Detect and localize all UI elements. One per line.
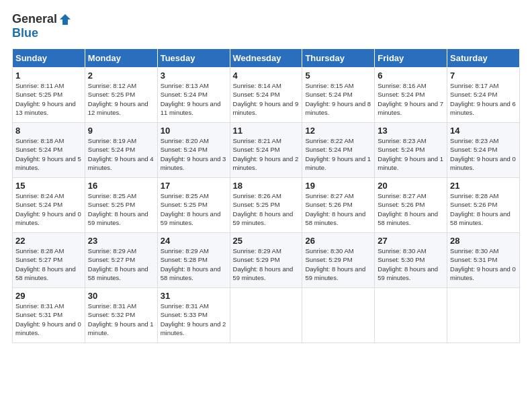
day-number: 9 [88, 126, 154, 136]
calendar-day-cell: 5Sunrise: 8:15 AMSunset: 5:24 PMDaylight… [302, 68, 375, 123]
day-info: Sunrise: 8:29 AMSunset: 5:27 PMDaylight:… [88, 246, 154, 282]
day-info: Sunrise: 8:17 AMSunset: 5:24 PMDaylight:… [450, 81, 517, 117]
calendar-day-cell: 26Sunrise: 8:30 AMSunset: 5:29 PMDayligh… [302, 233, 375, 288]
calendar-day-cell: 28Sunrise: 8:30 AMSunset: 5:31 PMDayligh… [447, 233, 520, 288]
calendar-day-cell: 29Sunrise: 8:31 AMSunset: 5:31 PMDayligh… [13, 288, 85, 343]
calendar-day-cell: 9Sunrise: 8:19 AMSunset: 5:24 PMDaylight… [85, 123, 157, 178]
calendar-day-cell: 8Sunrise: 8:18 AMSunset: 5:24 PMDaylight… [13, 123, 85, 178]
day-info: Sunrise: 8:25 AMSunset: 5:25 PMDaylight:… [161, 191, 227, 227]
calendar-day-cell: 1Sunrise: 8:11 AMSunset: 5:25 PMDaylight… [13, 68, 85, 123]
day-number: 8 [15, 126, 82, 136]
calendar-day-cell: 6Sunrise: 8:16 AMSunset: 5:24 PMDaylight… [375, 68, 447, 123]
day-info: Sunrise: 8:29 AMSunset: 5:29 PMDaylight:… [233, 246, 300, 282]
day-number: 10 [161, 126, 227, 136]
day-number: 13 [378, 126, 444, 136]
weekday-header: Tuesday [157, 49, 230, 68]
calendar-day-cell: 14Sunrise: 8:23 AMSunset: 5:24 PMDayligh… [447, 123, 520, 178]
calendar-header-row: SundayMondayTuesdayWednesdayThursdayFrid… [13, 49, 520, 68]
calendar-day-cell: 22Sunrise: 8:28 AMSunset: 5:27 PMDayligh… [13, 233, 85, 288]
day-info: Sunrise: 8:27 AMSunset: 5:26 PMDaylight:… [378, 191, 444, 227]
day-info: Sunrise: 8:30 AMSunset: 5:29 PMDaylight:… [305, 246, 371, 282]
calendar-day-cell: 23Sunrise: 8:29 AMSunset: 5:27 PMDayligh… [85, 233, 157, 288]
calendar-week-row: 8Sunrise: 8:18 AMSunset: 5:24 PMDaylight… [13, 123, 520, 178]
day-number: 3 [161, 71, 227, 81]
calendar-day-cell: 12Sunrise: 8:22 AMSunset: 5:24 PMDayligh… [302, 123, 375, 178]
calendar-day-cell: 25Sunrise: 8:29 AMSunset: 5:29 PMDayligh… [230, 233, 302, 288]
day-number: 27 [378, 236, 444, 246]
day-number: 2 [88, 71, 154, 81]
weekday-header: Monday [85, 49, 157, 68]
logo-icon [58, 13, 72, 26]
calendar-day-cell: 20Sunrise: 8:27 AMSunset: 5:26 PMDayligh… [375, 178, 447, 233]
day-info: Sunrise: 8:21 AMSunset: 5:24 PMDaylight:… [233, 136, 300, 172]
day-number: 20 [378, 181, 444, 191]
day-info: Sunrise: 8:19 AMSunset: 5:24 PMDaylight:… [88, 136, 154, 172]
day-number: 17 [161, 181, 227, 191]
weekday-header: Friday [375, 49, 447, 68]
weekday-header: Saturday [447, 49, 520, 68]
calendar-day-cell: 4Sunrise: 8:14 AMSunset: 5:24 PMDaylight… [230, 68, 302, 123]
calendar-day-cell: 10Sunrise: 8:20 AMSunset: 5:24 PMDayligh… [157, 123, 230, 178]
day-info: Sunrise: 8:27 AMSunset: 5:26 PMDaylight:… [305, 191, 371, 227]
day-info: Sunrise: 8:29 AMSunset: 5:28 PMDaylight:… [161, 246, 227, 282]
calendar-table: SundayMondayTuesdayWednesdayThursdayFrid… [12, 48, 520, 343]
svg-marker-0 [60, 14, 71, 25]
calendar-day-cell [230, 288, 302, 343]
day-number: 22 [15, 236, 82, 246]
header: General Blue [12, 12, 520, 40]
day-info: Sunrise: 8:25 AMSunset: 5:25 PMDaylight:… [88, 191, 154, 227]
day-info: Sunrise: 8:23 AMSunset: 5:24 PMDaylight:… [378, 136, 444, 172]
day-number: 6 [378, 71, 444, 81]
day-number: 21 [450, 181, 517, 191]
day-number: 26 [305, 236, 371, 246]
day-info: Sunrise: 8:18 AMSunset: 5:24 PMDaylight:… [15, 136, 82, 172]
calendar-day-cell: 27Sunrise: 8:30 AMSunset: 5:30 PMDayligh… [375, 233, 447, 288]
calendar-day-cell: 21Sunrise: 8:28 AMSunset: 5:26 PMDayligh… [447, 178, 520, 233]
calendar-day-cell: 19Sunrise: 8:27 AMSunset: 5:26 PMDayligh… [302, 178, 375, 233]
day-number: 12 [305, 126, 371, 136]
day-info: Sunrise: 8:28 AMSunset: 5:27 PMDaylight:… [15, 246, 82, 282]
day-info: Sunrise: 8:31 AMSunset: 5:31 PMDaylight:… [15, 302, 82, 337]
calendar-day-cell: 18Sunrise: 8:26 AMSunset: 5:25 PMDayligh… [230, 178, 302, 233]
calendar-day-cell: 13Sunrise: 8:23 AMSunset: 5:24 PMDayligh… [375, 123, 447, 178]
day-number: 15 [15, 181, 82, 191]
calendar-day-cell [447, 288, 520, 343]
calendar-day-cell: 16Sunrise: 8:25 AMSunset: 5:25 PMDayligh… [85, 178, 157, 233]
day-number: 31 [161, 291, 227, 301]
weekday-header: Thursday [302, 49, 375, 68]
day-number: 7 [450, 71, 517, 81]
calendar-week-row: 1Sunrise: 8:11 AMSunset: 5:25 PMDaylight… [13, 68, 520, 123]
calendar-week-row: 22Sunrise: 8:28 AMSunset: 5:27 PMDayligh… [13, 233, 520, 288]
day-number: 18 [233, 181, 300, 191]
day-number: 4 [233, 71, 300, 81]
day-number: 16 [88, 181, 154, 191]
day-info: Sunrise: 8:11 AMSunset: 5:25 PMDaylight:… [15, 81, 82, 117]
day-number: 23 [88, 236, 154, 246]
calendar-day-cell: 2Sunrise: 8:12 AMSunset: 5:25 PMDaylight… [85, 68, 157, 123]
calendar-week-row: 29Sunrise: 8:31 AMSunset: 5:31 PMDayligh… [13, 288, 520, 343]
day-number: 28 [450, 236, 517, 246]
weekday-header: Sunday [13, 49, 85, 68]
day-info: Sunrise: 8:23 AMSunset: 5:24 PMDaylight:… [450, 136, 517, 172]
calendar-day-cell: 24Sunrise: 8:29 AMSunset: 5:28 PMDayligh… [157, 233, 230, 288]
calendar-day-cell: 15Sunrise: 8:24 AMSunset: 5:24 PMDayligh… [13, 178, 85, 233]
day-number: 19 [305, 181, 371, 191]
day-number: 25 [233, 236, 300, 246]
calendar-day-cell [375, 288, 447, 343]
page-container: General Blue SundayMondayTuesdayWednesda… [0, 0, 532, 350]
day-info: Sunrise: 8:22 AMSunset: 5:24 PMDaylight:… [305, 136, 371, 172]
calendar-week-row: 15Sunrise: 8:24 AMSunset: 5:24 PMDayligh… [13, 178, 520, 233]
day-info: Sunrise: 8:30 AMSunset: 5:30 PMDaylight:… [378, 246, 444, 282]
logo-blue-text: Blue [12, 26, 38, 40]
day-info: Sunrise: 8:13 AMSunset: 5:24 PMDaylight:… [161, 81, 227, 117]
day-info: Sunrise: 8:16 AMSunset: 5:24 PMDaylight:… [378, 81, 444, 117]
calendar-day-cell: 3Sunrise: 8:13 AMSunset: 5:24 PMDaylight… [157, 68, 230, 123]
calendar-day-cell: 7Sunrise: 8:17 AMSunset: 5:24 PMDaylight… [447, 68, 520, 123]
day-info: Sunrise: 8:30 AMSunset: 5:31 PMDaylight:… [450, 246, 517, 282]
calendar-day-cell: 31Sunrise: 8:31 AMSunset: 5:33 PMDayligh… [157, 288, 230, 343]
logo: General Blue [12, 12, 72, 40]
day-number: 5 [305, 71, 371, 81]
day-info: Sunrise: 8:14 AMSunset: 5:24 PMDaylight:… [233, 81, 300, 117]
day-number: 1 [15, 71, 82, 81]
calendar-day-cell [302, 288, 375, 343]
